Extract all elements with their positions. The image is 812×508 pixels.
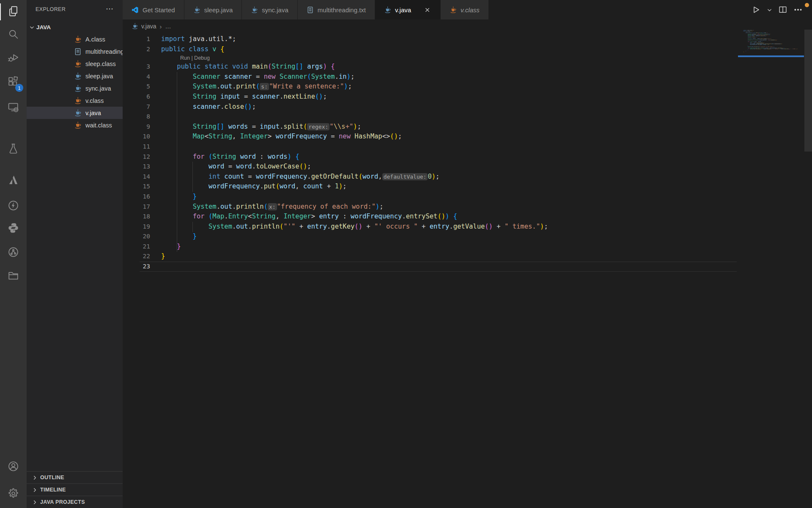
file-item-sync.java[interactable]: sync.java [27,82,123,94]
chevron-down-icon [29,25,35,30]
file-item-multithreading.txt[interactable]: multithreading.txt [27,45,123,58]
activity-bar-item-commit-graph[interactable] [0,242,27,264]
sidebar-section-outline[interactable]: OUTLINE [27,471,123,483]
code-text: word = word.toLowerCase(); [161,162,311,172]
activity-bar-item-extensions[interactable]: 1 [0,72,27,94]
folder-header-java[interactable]: JAVA [27,21,123,33]
line-number: 7 [123,102,150,112]
code-line-9[interactable]: 9 String[] words = input.split(regex:"\\… [123,122,812,132]
code-line-13[interactable]: 13 word = word.toLowerCase(); [123,162,812,172]
split-editor-button[interactable] [778,5,787,14]
activity-bar-item-explorer[interactable] [0,1,27,23]
activity-bar-item-lightning[interactable] [0,195,27,217]
code-line-4[interactable]: 4 Scanner scanner = new Scanner(System.i… [123,72,812,82]
chevron-right-icon [32,475,38,480]
explorer-sidebar: EXPLORER ⋯ JAVA A.classmultithreading.tx… [27,0,123,508]
search-icon [7,28,19,42]
explorer-more-actions-button[interactable]: ⋯ [106,4,113,14]
code-line-14[interactable]: 14 int count = wordFrequency.getOrDefaul… [123,172,812,182]
code-line-20[interactable]: 20 } [123,232,812,242]
activity-bar-item-azure[interactable] [0,170,27,192]
file-name: sync.java [85,85,111,92]
line-number: 6 [123,92,150,102]
file-item-v.java[interactable]: v.java [27,107,123,119]
editor-actions [752,0,803,19]
line-number: 21 [123,242,150,252]
code-line-23[interactable] [738,52,797,53]
sidebar-section-java-projects[interactable]: JAVA PROJECTS [27,496,123,508]
lightning-icon [7,199,19,213]
tab-multithreading.txt[interactable]: multithreading.txt [298,0,375,19]
run-button[interactable] [752,5,761,14]
activity-bar-item-accounts[interactable] [0,456,27,478]
codelens-run-debug[interactable]: Run | Debug [180,54,210,62]
run-dropdown-chevron-icon[interactable] [767,7,772,13]
code-line-22[interactable]: 22} [123,251,812,262]
code-line-15[interactable]: 15 wordFrequency.put(word, count + 1); [123,182,812,192]
tab-get-started[interactable]: Get Started [123,0,184,19]
text-file-icon [307,6,314,14]
code-line-19[interactable]: 19 System.out.println("'" + entry.getKey… [123,222,812,232]
code-text: public class v { [161,44,224,55]
line-number: 12 [123,152,150,162]
sidebar-section-timeline[interactable]: TIMELINE [27,483,123,496]
tab-v.java[interactable]: v.java [375,0,441,19]
code-line-1[interactable]: 1import java.util.*; [123,34,812,44]
java-file-icon [251,6,258,14]
activity-bar-item-settings[interactable] [0,483,27,505]
file-item-wait.class[interactable]: wait.class [27,119,123,131]
activity-bar-item-testing[interactable] [0,138,27,160]
code-line-12[interactable]: 12 for (String word : words) { [123,152,812,162]
code-line-18[interactable]: 18 for (Map.Entry<String, Integer> entry… [123,212,812,222]
breadcrumb[interactable]: v.java › … [123,19,812,33]
more-actions-button[interactable] [793,5,803,14]
sidebar-sections: OUTLINETIMELINEJAVA PROJECTS [27,471,123,508]
activity-bar-item-remote-explorer[interactable] [0,97,27,119]
extensions-badge: 1 [15,84,23,92]
minimap[interactable]: import java.util.*;public class v {Run |… [738,30,806,55]
file-item-sleep.class[interactable]: sleep.class [27,58,123,70]
code-text: } [161,232,197,242]
code-lines[interactable]: 1import java.util.*;2public class v {Run… [123,34,812,272]
line-number: 10 [123,132,150,142]
vscode-logo-icon [132,6,139,14]
code-line-17[interactable]: 17 System.out.println(x:"frequency of ea… [123,202,812,212]
tab-bar: Get Startedsleep.javasync.javamultithrea… [123,0,812,19]
code-text: String[] words = input.split(regex:"\\s+… [161,122,361,132]
code-line-3[interactable]: 3 public static void main(String[] args)… [123,62,812,72]
code-line-2[interactable]: 2public class v { [123,44,812,55]
code-line-8[interactable]: 8 [123,112,812,122]
activity-bar: 1 [0,0,27,508]
code-line-21[interactable]: 21 } [123,242,812,252]
code-line-23[interactable]: 23 [123,262,812,272]
activity-bar-item-python[interactable] [0,218,27,240]
code-text: for (Map.Entry<String, Integer> entry : … [161,212,457,222]
code-text: Map<String, Integer> wordFrequency = new… [161,132,402,142]
vertical-scrollbar[interactable] [804,30,812,152]
code-text: wordFrequency.put(word, count + 1); [161,182,347,192]
code-line-5[interactable]: 5 System.out.print(s:"Write a sentence:"… [123,82,812,92]
inlay-hint: regex: [307,123,329,130]
close-icon[interactable] [423,6,431,14]
code-line-16[interactable]: 16 } [123,192,812,202]
activity-bar-item-run-and-debug[interactable] [0,47,27,69]
java-file-icon [384,6,391,14]
code-line-10[interactable]: 10 Map<String, Integer> wordFrequency = … [123,132,812,142]
breadcrumb-separator: › [160,23,162,30]
activity-bar-item-project-folder[interactable] [0,265,27,287]
tab-sync.java[interactable]: sync.java [242,0,298,19]
file-item-sleep.java[interactable]: sleep.java [27,70,123,82]
code-line-6[interactable]: 6 String input = scanner.nextLine(); [123,92,812,102]
file-item-A.class[interactable]: A.class [27,33,123,45]
tab-sleep.java[interactable]: sleep.java [184,0,242,19]
tab-v.class[interactable]: v.class [441,0,489,19]
line-number: 8 [123,112,150,122]
section-label: OUTLINE [40,475,64,480]
code-line-7[interactable]: 7 scanner.close(); [123,102,812,112]
code-editor[interactable]: 1import java.util.*;2public class v {Run… [123,33,812,508]
code-line-11[interactable]: 11 [123,142,812,152]
file-item-v.class[interactable]: v.class [27,94,123,107]
remote-icon [7,101,19,115]
activity-bar-item-search[interactable] [0,24,27,46]
python-icon [7,222,19,236]
